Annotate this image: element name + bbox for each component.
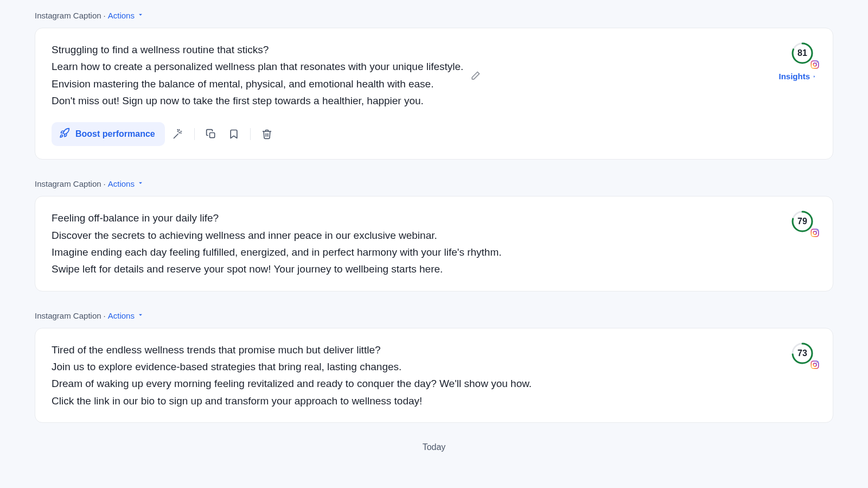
chevron-right-icon xyxy=(812,72,816,81)
caption-header: Instagram Caption · Actions xyxy=(35,179,833,188)
actions-dropdown[interactable]: Actions xyxy=(108,11,144,20)
svg-point-14 xyxy=(813,363,816,366)
separator-dot: · xyxy=(104,311,106,320)
caption-block: Instagram Caption · ActionsStruggling to… xyxy=(35,11,833,160)
svg-point-4 xyxy=(813,63,816,66)
caption-type-label: Instagram Caption xyxy=(35,179,101,188)
caption-block: Instagram Caption · ActionsFeeling off-b… xyxy=(35,179,833,291)
trash-icon[interactable] xyxy=(257,124,277,144)
date-divider-today: Today xyxy=(35,442,833,452)
copy-icon[interactable] xyxy=(201,124,221,144)
svg-rect-0 xyxy=(209,133,214,138)
separator-dot: · xyxy=(104,179,106,188)
instagram-icon xyxy=(810,228,820,238)
caption-text: Tired of the endless wellness trends tha… xyxy=(52,341,532,409)
svg-point-10 xyxy=(816,230,818,231)
chevron-down-icon xyxy=(137,311,144,320)
caption-line: Envision mastering the balance of mental… xyxy=(52,75,463,92)
caption-line: Feeling off-balance in your daily life? xyxy=(52,210,502,226)
caption-line: Imagine ending each day feeling fulfille… xyxy=(52,244,502,261)
caption-block: Instagram Caption · ActionsTired of the … xyxy=(35,311,833,423)
score-area: 79 xyxy=(790,210,816,236)
toolbar-separator xyxy=(250,128,251,140)
score-ring: 79 xyxy=(790,210,816,236)
score-area: 81Insights xyxy=(778,41,816,81)
actions-dropdown[interactable]: Actions xyxy=(108,179,144,188)
caption-line: Swipe left for details and reserve your … xyxy=(52,261,502,277)
caption-text: Feeling off-balance in your daily life?D… xyxy=(52,210,502,277)
actions-label: Actions xyxy=(108,179,135,188)
toolbar-separator xyxy=(194,128,195,140)
svg-point-9 xyxy=(813,231,816,235)
actions-label: Actions xyxy=(108,311,135,320)
wand-icon[interactable] xyxy=(168,124,188,144)
chevron-down-icon xyxy=(137,11,144,20)
caption-card: Feeling off-balance in your daily life?D… xyxy=(35,196,833,291)
instagram-icon xyxy=(810,360,820,370)
edit-icon[interactable] xyxy=(470,69,481,86)
instagram-icon xyxy=(810,60,820,69)
caption-type-label: Instagram Caption xyxy=(35,311,101,320)
caption-type-label: Instagram Caption xyxy=(35,11,101,20)
caption-header: Instagram Caption · Actions xyxy=(35,311,833,320)
caption-line: Dream of waking up every morning feeling… xyxy=(52,375,532,392)
insights-link[interactable]: Insights xyxy=(778,72,816,81)
caption-line: Click the link in our bio to sign up and… xyxy=(52,392,532,409)
separator-dot: · xyxy=(104,11,106,20)
chevron-down-icon xyxy=(137,179,144,188)
score-area: 73 xyxy=(790,341,816,367)
svg-point-15 xyxy=(816,362,818,363)
caption-line: Join us to explore evidence-based strate… xyxy=(52,358,532,375)
caption-card: Struggling to find a wellness routine th… xyxy=(35,28,833,160)
caption-text: Struggling to find a wellness routine th… xyxy=(52,41,463,109)
caption-line: Tired of the endless wellness trends tha… xyxy=(52,341,532,358)
caption-line: Don't miss out! Sign up now to take the … xyxy=(52,92,463,109)
rocket-icon xyxy=(59,128,70,141)
boost-performance-button[interactable]: Boost performance xyxy=(52,122,165,146)
bookmark-icon[interactable] xyxy=(224,124,244,144)
score-ring: 73 xyxy=(790,341,816,367)
caption-line: Struggling to find a wellness routine th… xyxy=(52,41,463,58)
svg-point-5 xyxy=(816,62,818,63)
caption-header: Instagram Caption · Actions xyxy=(35,11,833,20)
boost-label: Boost performance xyxy=(75,129,155,139)
caption-line: Learn how to create a personalized welln… xyxy=(52,58,463,75)
caption-line: Discover the secrets to achieving wellne… xyxy=(52,227,502,244)
score-ring: 81 xyxy=(790,41,816,67)
actions-label: Actions xyxy=(108,11,135,20)
insights-label: Insights xyxy=(778,72,810,81)
actions-dropdown[interactable]: Actions xyxy=(108,311,144,320)
caption-toolbar: Boost performance xyxy=(52,122,762,146)
caption-card: Tired of the endless wellness trends tha… xyxy=(35,328,833,423)
